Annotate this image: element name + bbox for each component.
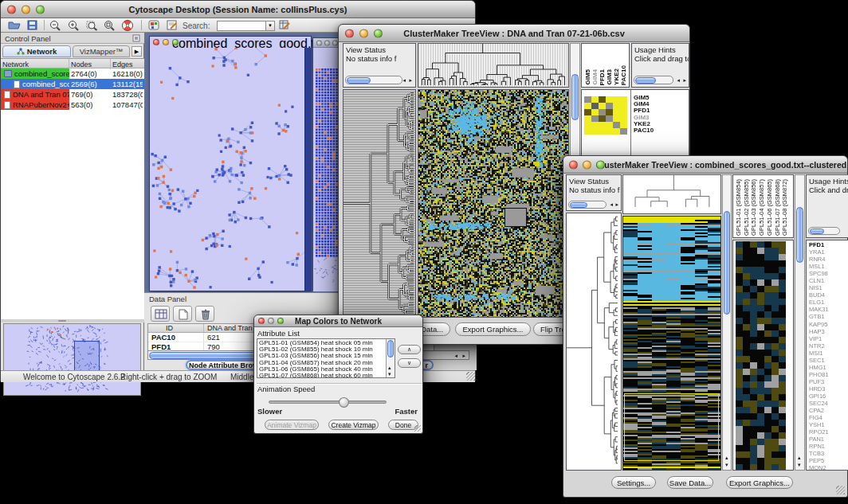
matrix-cell[interactable] [606,103,613,109]
treeview2-vscrollbar[interactable]: ▴ ▾ [722,174,732,471]
scroll-down-icon[interactable]: ▾ [388,371,391,377]
zoom-window-icon[interactable] [596,160,605,169]
gene-label[interactable]: MAK31 [809,306,829,313]
matrix-cell[interactable] [613,109,620,115]
close-icon[interactable] [569,160,578,169]
gene-label[interactable]: PFD1 [809,241,829,248]
gene-label[interactable]: RNR4 [809,256,829,263]
gene-label[interactable]: SEC1 [809,357,829,364]
network-table-row[interactable]: combined_sco2569(6)13112(15) [1,79,144,89]
scroll-down-icon[interactable]: ▾ [798,462,801,467]
scroll-right-icon[interactable]: ▸ [615,201,618,207]
gene-label[interactable]: MSI1 [809,350,829,357]
heatmap-main[interactable] [418,89,569,318]
matrix-cell[interactable] [613,96,620,103]
zoom-out-icon[interactable] [49,20,61,31]
scroll-up-icon[interactable]: ▴ [725,455,728,460]
create-vizmap-button[interactable]: Create Vizmap [328,420,379,430]
zoom-in-icon[interactable] [68,20,80,31]
network-table-row[interactable]: DNA and Tran 07769(0)183728(0) [1,89,144,100]
zoom-window-icon[interactable] [332,40,338,45]
gene-label[interactable]: RPO21 [809,428,829,436]
settings-button[interactable]: Settings... [611,476,656,489]
matrix-cell[interactable] [606,109,613,115]
matrix-cell[interactable] [584,103,591,109]
zoom-window-icon[interactable] [36,5,45,14]
gene-label[interactable]: ELG1 [809,299,829,306]
scroll-left-icon[interactable]: ◂ [610,201,613,207]
matrix-cell[interactable] [606,96,613,103]
matrix-cell[interactable] [613,122,620,128]
scrollbar-thumb[interactable] [571,74,579,120]
matrix-cell[interactable] [599,103,606,109]
minimize-icon[interactable] [324,40,330,45]
tab-vizmapper[interactable]: VizMapper™ [73,45,130,57]
slider-thumb[interactable] [339,397,349,408]
data-col-id[interactable]: ID [148,324,204,332]
gene-label[interactable]: GPI16 [809,393,829,400]
save-data-button[interactable]: Save Data... [667,476,713,489]
matrix-cell[interactable] [591,115,599,122]
scrollbar-thumb[interactable] [724,211,730,315]
annotation-icon[interactable] [167,20,178,30]
matrix-cell[interactable] [613,103,620,109]
gene-label[interactable]: NIS1 [809,284,829,291]
view-status-scrollbar[interactable] [345,76,402,84]
matrix-cell[interactable] [584,115,591,122]
zoom-fit-icon[interactable] [86,20,98,31]
matrix-cell[interactable] [620,115,627,122]
matrix-cell[interactable] [599,109,606,115]
network-table-row[interactable]: combined_scores2764(0)16218(0) [1,68,144,79]
main-title-bar[interactable]: Cytoscape Desktop (Session Name: collins… [1,1,475,18]
zoom-window-icon[interactable] [277,318,284,324]
matrix-cell[interactable] [591,109,599,115]
scrollbar-thumb[interactable] [796,207,803,263]
advanced-search-icon[interactable] [279,20,290,30]
search-input[interactable] [217,21,266,31]
gene-label[interactable]: RPN1 [809,443,829,450]
minimize-icon[interactable] [163,39,169,45]
matrix-cell[interactable] [620,96,627,103]
delete-attribute-button[interactable] [195,306,214,322]
gene-label[interactable]: BUD4 [809,291,829,299]
matrix-cell[interactable] [599,96,606,103]
matrix-cell[interactable] [599,115,606,122]
matrix-cell[interactable] [620,109,627,115]
vizmap-icon[interactable] [148,20,159,30]
animation-speed-slider[interactable] [269,400,387,404]
help-lifering-icon[interactable] [122,20,133,31]
gene-label[interactable]: SEC24 [809,400,829,407]
network-table-row[interactable]: RNAPuberNov2+563(0)107847(0) [1,100,144,110]
network-overview-panel[interactable] [3,323,141,396]
gene-label[interactable]: MSL1 [809,263,829,270]
gene-label[interactable]: PEP5 [809,457,829,464]
matrix-cell[interactable] [620,122,627,128]
gene-label[interactable]: GTB1 [809,313,829,320]
attribute-listbox[interactable]: GPL51-01 (GSM854) heat shock 05 minGPL51… [257,338,395,378]
scroll-left-icon[interactable]: ◂ [402,77,406,83]
gene-label[interactable]: YSH1 [809,421,829,428]
overview-canvas[interactable] [4,324,140,395]
matrix-cell[interactable] [606,115,613,122]
treeview1-title-bar[interactable]: ClusterMaker TreeView : DNA and Tran 07-… [339,25,689,42]
matrix-cell[interactable] [599,122,606,128]
matrix-cell[interactable] [584,109,591,115]
matrix-cell[interactable] [584,128,591,135]
gene-label[interactable]: TCB3 [809,450,829,457]
scroll-left-icon[interactable]: ◂ [677,77,680,83]
gene-label[interactable]: HRD3 [809,385,829,393]
gene-label[interactable]: NTR2 [809,342,829,350]
treeview2-title-bar[interactable]: ClusterMaker TreeView : combined_scores_… [563,156,847,174]
usage-hints-scrollbar[interactable] [808,227,840,235]
view-status-scrollbar[interactable] [568,201,607,209]
minimize-icon[interactable] [268,318,274,324]
gene-label[interactable]: YRA1 [809,248,829,256]
scrollbar-thumb[interactable] [347,77,371,84]
gene-label[interactable]: HAP3 [809,328,829,335]
attribute-list-item[interactable]: GPL51-07 (GSM868) heat shock 60 min [259,373,373,378]
gene-label[interactable]: HMG1 [809,364,829,371]
scroll-down-icon[interactable]: ▾ [725,462,728,467]
similarity-matrix[interactable] [584,96,627,135]
matrix-cell[interactable] [584,96,591,103]
row-dendrogram[interactable] [343,89,416,318]
